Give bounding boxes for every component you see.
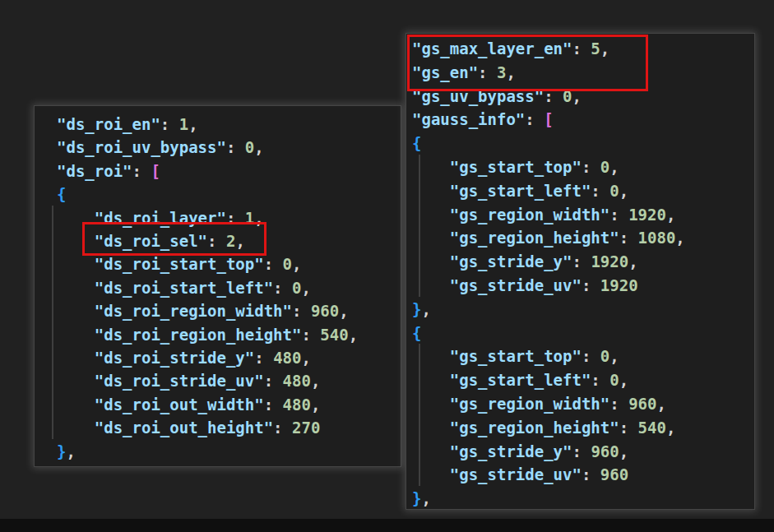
json-punctuation (412, 395, 450, 413)
json-punctuation (412, 158, 450, 176)
json-punctuation: , (619, 371, 628, 389)
json-key: "gs_region_width" (450, 206, 609, 224)
json-punctuation: : (264, 396, 283, 414)
code-line: "gs_stride_uv": 1920 (412, 274, 754, 298)
json-number-value: 1920 (591, 252, 628, 271)
json-punctuation: , (656, 395, 665, 413)
json-punctuation (412, 371, 450, 389)
code-line: { (57, 183, 401, 206)
json-punctuation (57, 255, 95, 273)
json-number-value: 0 (283, 255, 292, 273)
json-curly-bracket: } (412, 300, 421, 318)
json-number-value: 0 (609, 182, 619, 200)
json-punctuation: : (609, 206, 628, 224)
indent-guide (419, 344, 420, 486)
code-line: "ds_roi_region_width": 960, (57, 299, 401, 322)
json-number-value: 0 (600, 158, 609, 176)
indent-guide (52, 206, 53, 439)
json-punctuation: : (572, 442, 591, 460)
json-punctuation: , (349, 326, 358, 344)
json-key: "ds_roi_stride_uv" (95, 372, 264, 390)
json-punctuation (57, 279, 95, 297)
json-number-value: 960 (628, 395, 656, 413)
json-key: "ds_roi_region_height" (95, 326, 302, 344)
json-punctuation (412, 465, 450, 483)
json-number-value: 540 (320, 326, 348, 344)
json-snippet-panel-gauss-info: "gs_max_layer_en": 5,"gs_en": 3,"gs_uv_b… (406, 33, 755, 510)
json-number-value: 480 (283, 396, 311, 414)
json-punctuation: : (582, 276, 600, 294)
json-number-value: 0 (600, 347, 609, 365)
json-punctuation: : (292, 302, 311, 320)
json-punctuation (412, 347, 450, 365)
json-curly-bracket: { (57, 185, 66, 203)
json-key: "ds_roi" (57, 162, 132, 180)
json-key: "gs_stride_y" (450, 252, 572, 271)
json-curly-bracket: { (412, 324, 421, 342)
json-key: "gs_region_height" (450, 229, 619, 247)
json-punctuation (412, 252, 450, 271)
json-punctuation: , (421, 300, 430, 318)
json-punctuation: : (582, 347, 600, 365)
screenshot-canvas: "ds_roi_en": 1,"ds_roi_uv_bypass": 0,"ds… (0, 0, 774, 532)
json-punctuation: : (226, 138, 245, 156)
json-punctuation (57, 326, 95, 344)
json-curly-bracket: } (57, 442, 66, 460)
json-punctuation: : (301, 326, 320, 344)
json-punctuation (57, 396, 95, 414)
red-annotation-box-ds-roi-sel (82, 222, 266, 256)
code-line: "gs_start_left": 0, (412, 179, 754, 203)
json-punctuation: : (572, 252, 591, 271)
json-punctuation: , (292, 255, 301, 273)
json-punctuation: , (609, 347, 619, 365)
json-punctuation: : (525, 110, 544, 128)
json-punctuation: : (254, 349, 273, 367)
json-punctuation: , (66, 442, 75, 460)
json-key: "ds_roi_start_top" (95, 255, 264, 273)
json-key: "ds_roi_uv_bypass" (57, 138, 226, 156)
json-punctuation: , (619, 182, 628, 200)
json-number-value: 0 (245, 138, 254, 156)
json-punctuation: : (591, 371, 609, 389)
code-line: }, (412, 487, 754, 511)
json-number-value: 480 (273, 349, 301, 367)
json-punctuation: , (339, 302, 348, 320)
json-number-value: 960 (591, 442, 619, 460)
json-punctuation (57, 419, 95, 437)
json-square-bracket: [ (544, 110, 553, 128)
json-punctuation: , (675, 229, 684, 247)
code-line: { (412, 132, 754, 155)
json-punctuation: : (264, 372, 283, 390)
json-key: "ds_roi_out_width" (95, 396, 264, 414)
code-line: "ds_roi_out_height": 270 (57, 416, 401, 439)
code-line: "ds_roi_start_left": 0, (57, 276, 401, 299)
json-punctuation: : (273, 279, 292, 297)
json-key: "gs_region_width" (450, 395, 609, 413)
json-number-value: 960 (311, 302, 339, 320)
code-line: "gauss_info": [ (412, 108, 754, 132)
json-punctuation: , (666, 206, 675, 224)
code-line: "ds_roi_uv_bypass": 0, (57, 136, 401, 159)
json-number-value: 960 (600, 465, 628, 483)
json-punctuation: , (628, 252, 637, 271)
json-punctuation: : (582, 465, 600, 483)
json-number-value: 0 (292, 279, 301, 297)
json-key: "gs_region_height" (450, 419, 619, 437)
code-line: { (412, 322, 754, 345)
json-key: "gs_start_top" (450, 158, 582, 176)
json-number-value: 1080 (638, 229, 676, 247)
json-key: "gs_stride_y" (450, 442, 572, 460)
json-number-value: 0 (609, 371, 619, 389)
code-line: "gs_region_height": 540, (412, 416, 754, 440)
code-line: "gs_stride_y": 1920, (412, 250, 754, 274)
json-punctuation (412, 419, 450, 437)
json-curly-bracket: { (412, 134, 421, 152)
json-key: "ds_roi_stride_y" (95, 349, 254, 367)
json-punctuation (412, 229, 450, 247)
json-punctuation: : (264, 255, 283, 273)
json-key: "gs_start_left" (450, 182, 591, 200)
bottom-dark-band (0, 519, 774, 532)
code-line: }, (57, 440, 401, 463)
json-number-value: 270 (292, 419, 320, 437)
json-punctuation (412, 206, 450, 224)
